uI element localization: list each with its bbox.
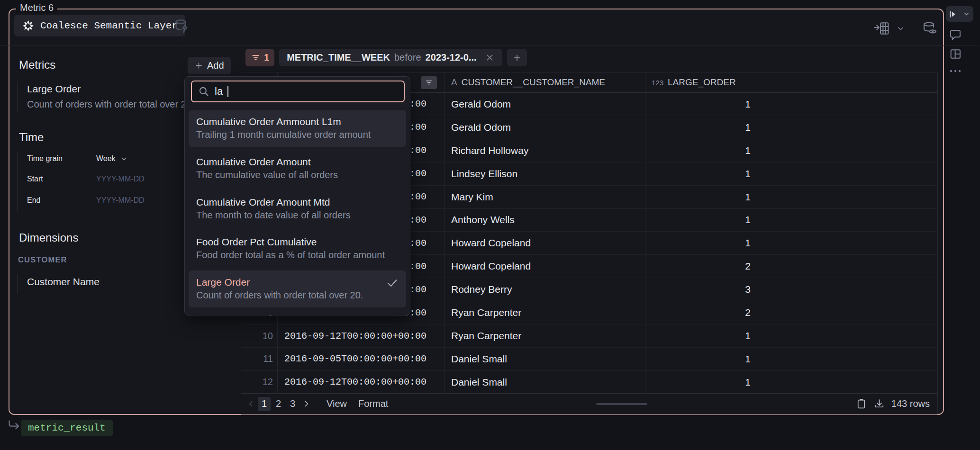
metric-option[interactable]: Cumulative Order AmountThe cumulative va… [189,150,406,187]
remove-filter-icon[interactable] [485,53,495,63]
run-options-chevron-icon[interactable] [960,10,974,18]
customer-name-cell: Anthony Wells [445,209,645,232]
metric-option-title: Large Order [196,276,399,289]
output-variable-chip[interactable]: metric_result [21,420,113,436]
dimension-item[interactable]: Customer Name [27,276,100,288]
dimensions-heading: Dimensions [19,231,78,244]
metric-search-input[interactable]: la [191,81,405,102]
large-order-cell: 1 [645,139,758,162]
prev-page-icon[interactable] [247,400,255,408]
customer-name-cell: Gerald Odom [445,93,645,116]
view-menu[interactable]: View [327,398,347,409]
next-page-icon[interactable] [302,400,310,408]
time-end-row: End YYYY-MM-DD [27,196,145,205]
metric-item-description: Count of orders with order total over 20… [27,99,194,110]
metric-option-description: The cumulative value of all orders [196,169,399,181]
insert-into-table-icon[interactable] [873,21,889,36]
large-order-cell: 1 [645,348,758,370]
customer-name-cell: Howard Copeland [445,232,645,254]
customer-name-cell: Mary Kim [445,186,645,208]
table-row[interactable]: 112016-09-05T00:00:00+00:00Daniel Small1 [241,348,937,371]
table-footer: 123 View Format 143 rows [241,393,937,414]
preview-data-icon[interactable] [921,21,938,36]
empty-cell [758,209,937,232]
metric-option[interactable]: Large OrderCount of orders with order to… [189,270,406,307]
empty-cell [758,348,937,370]
column-filter-button[interactable] [421,76,437,89]
empty-cell [758,301,937,324]
customer-name-cell: Rodney Berry [445,278,645,301]
time-grain-label: Time grain [27,154,96,163]
large-order-cell: 3 [645,278,758,301]
comment-icon[interactable] [949,28,962,41]
metric-option[interactable]: Food Order Pct CumulativeFood order tota… [189,230,406,267]
customer-name-cell: Daniel Small [445,371,645,394]
metric-option-title: Food Order Pct Cumulative [196,235,399,249]
copy-table-icon[interactable] [855,398,867,410]
add-filter-button[interactable] [507,49,527,66]
large-order-column-header[interactable]: 123 LARGE_ORDER [645,72,758,92]
metric-option-description: Food order total as a % of total order a… [196,249,399,261]
horizontal-scrollbar[interactable] [596,403,647,405]
warehouse-edit-icon[interactable] [173,18,190,34]
run-cell-icon[interactable] [946,9,960,19]
empty-cell [758,371,937,394]
chevron-down-icon [120,155,128,163]
metric-option-description: Trailing 1 month cumulative order amount [196,128,399,141]
dimension-group-label: CUSTOMER [18,255,67,264]
metric-item-title[interactable]: Large Order [27,83,81,95]
filter-field: METRIC_TIME__WEEK [287,52,390,63]
row-count: 143 rows [891,398,930,409]
customer-name-cell: Ryan Carpenter [445,301,645,324]
plus-icon [194,61,203,70]
dimension-indent-line [18,274,18,294]
chevron-down-icon[interactable] [896,24,905,33]
customer-name-cell: Gerald Odom [445,116,645,139]
filter-count-chip[interactable]: 1 [245,49,274,66]
plus-icon [512,53,522,63]
time-grain-select[interactable]: Week [96,154,128,163]
date-cell: 2016-09-12T00:00:00+00:00 [278,371,445,394]
filter-operator: before [394,52,421,63]
time-heading: Time [19,131,44,144]
run-cell-button-group[interactable] [946,6,973,22]
customer-column-header[interactable]: A CUSTOMER__CUSTOMER_NAME [445,72,645,92]
add-metric-button[interactable]: Add [188,57,231,74]
metrics-heading: Metrics [19,58,55,72]
metric-option-title: Cumulative Order Ammount L1m [196,115,399,128]
start-date-input[interactable]: YYYY-MM-DD [96,175,145,183]
end-date-input[interactable]: YYYY-MM-DD [96,196,145,205]
empty-cell [758,186,937,208]
table-row[interactable]: 102016-09-12T00:00:00+00:00Ryan Carpente… [241,324,937,348]
row-number-cell: 11 [241,348,278,370]
date-cell: 2016-09-12T00:00:00+00:00 [278,324,445,347]
customer-name-cell: Richard Holloway [445,139,645,162]
page-button-3[interactable]: 3 [286,397,299,411]
layout-icon[interactable] [949,47,962,61]
large-order-cell: 2 [645,301,758,324]
pagination: 123 [258,397,300,411]
cell-title: Metric 6 [16,2,57,13]
semantic-layer-chip[interactable]: Coalesce Semantic Layer [14,15,185,36]
format-menu[interactable]: Format [358,398,388,409]
metric-search-dropdown: la Cumulative Order Ammount L1mTrailing … [184,76,410,315]
page-button-2[interactable]: 2 [272,397,285,411]
header-divider [0,45,980,45]
customer-name-cell: Daniel Small [445,348,645,370]
customer-name-cell: Ryan Carpenter [445,324,645,347]
text-cursor [227,86,228,97]
check-icon [386,277,399,289]
output-return-arrow-icon [7,419,21,433]
page-button-1[interactable]: 1 [258,397,271,411]
metric-option[interactable]: Cumulative Order Amount MtdThe month to … [189,190,406,227]
more-options-icon[interactable] [949,67,962,75]
download-icon[interactable] [873,398,885,410]
metric-option[interactable]: Cumulative Order Ammount L1mTrailing 1 m… [189,110,406,147]
filter-chip[interactable]: METRIC_TIME__WEEK before 2023-12-0... [279,49,502,66]
table-row[interactable]: 122016-09-12T00:00:00+00:00Daniel Small1 [241,371,937,394]
large-order-cell: 1 [645,116,758,139]
row-number-cell: 12 [241,371,278,394]
metric-option-list: Cumulative Order Ammount L1mTrailing 1 m… [189,110,406,311]
large-order-cell: 1 [645,93,758,116]
empty-column-header [758,72,937,92]
